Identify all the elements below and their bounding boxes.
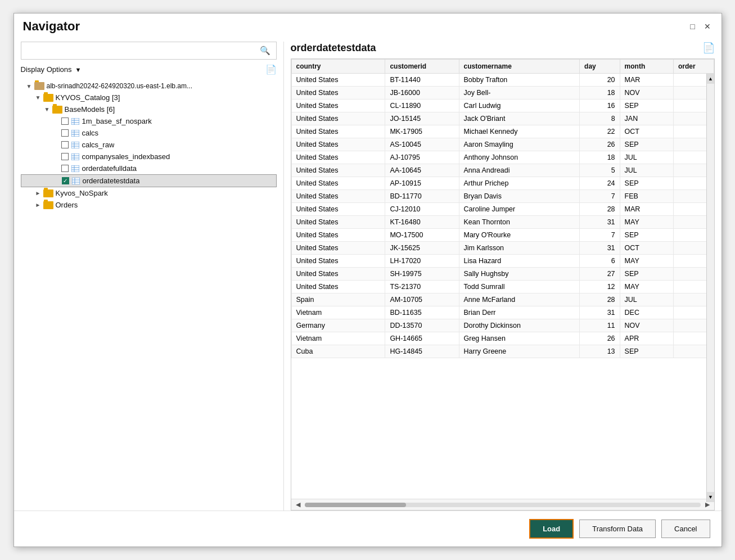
cell-month: MAY [620,255,673,268]
orders-folder-icon [43,201,53,209]
display-options-chevron-icon: ▼ [75,66,82,73]
companysales-label: companysales_indexbased [82,152,170,161]
kyvos-catalog-folder-icon [43,94,53,102]
cell-month: MAR [620,74,673,87]
display-options-label: Display Options [21,65,72,74]
cell-month: SEP [620,345,673,358]
cell-country: United States [291,190,385,203]
close-button[interactable]: ✕ [702,21,713,31]
calcs-table-icon [71,129,80,137]
maximize-button[interactable]: □ [688,21,698,31]
calcs-raw-checkbox[interactable] [61,141,69,148]
cell-country: Vietnam [291,332,385,345]
col-day: day [580,60,620,74]
cell-day: 13 [580,345,620,358]
table-row: United StatesAA-10645Anna Andreadi5JUL [291,164,714,177]
cell-month: SEP [620,100,673,112]
cell-month: OCT [620,242,673,255]
cell-day: 16 [580,100,620,112]
table-row: United StatesJB-16000Joy Bell-18NOV [291,87,714,100]
horizontal-scrollbar[interactable]: ◀ ▶ [291,499,714,510]
cell-customername: Michael Kennedy [459,125,580,138]
table-row: United StatesLH-17020Lisa Hazard6MAY [291,255,714,268]
cell-customername: Jack O'Briant [459,112,580,125]
1m-base-table-icon [71,118,80,125]
calcs-checkbox[interactable] [61,129,69,137]
orderdatetestdata-table-icon [71,177,80,185]
display-options-button[interactable]: Display Options ▼ 📄 [21,64,277,75]
cell-day: 31 [580,306,620,319]
cell-country: United States [291,138,385,151]
cell-customername: Carl Ludwig [459,100,580,112]
scroll-down-button[interactable]: ▼ [707,492,715,502]
tree-item-orderdatefulldata[interactable]: ▼ orderdatefulldata [21,162,277,174]
tree-item-kyvos-nospark[interactable]: ► Kyvos_NoSpark [21,187,277,199]
cell-country: Vietnam [291,306,385,319]
cell-country: United States [291,203,385,216]
orderdatefulldata-label: orderdatefulldata [82,164,137,173]
search-input[interactable] [21,43,254,58]
calcs-raw-table-icon [71,141,80,149]
cell-customerid: MO-17500 [385,229,459,242]
cell-month: JUL [620,293,673,306]
cell-customerid: AM-10705 [385,293,459,306]
cell-day: 18 [580,151,620,164]
cell-customername: Anna Andreadi [459,164,580,177]
tree-item-kyvos-catalog[interactable]: ▼ KYVOS_Catalog [3] [21,92,277,103]
cell-customername: Harry Greene [459,345,580,358]
cell-customerid: AS-10045 [385,138,459,151]
scroll-up-button[interactable]: ▲ [707,74,715,84]
kyvos-nospark-toggle-icon: ► [34,189,42,197]
cell-customerid: AJ-10795 [385,151,459,164]
refresh-icon[interactable]: 📄 [702,42,715,54]
cell-customerid: CJ-12010 [385,203,459,216]
cell-country: Cuba [291,345,385,358]
companysales-checkbox[interactable] [61,153,69,160]
table-title-row: orderdatetestdata 📄 [291,42,715,54]
display-options-icon: 📄 [265,64,277,75]
svg-rect-20 [72,178,80,184]
cell-customerid: TS-21370 [385,281,459,293]
cancel-button[interactable]: Cancel [661,520,710,538]
cell-customername: Bobby Trafton [459,74,580,87]
tree-item-calcs-raw[interactable]: ▼ calcs_raw [21,139,277,151]
table-row: United StatesAS-10045Aaron Smayling26SEP [291,138,714,151]
tree-item-orderdatetestdata[interactable]: ▼ ✓ orderdatetestdata [21,174,277,187]
transform-data-button[interactable]: Transform Data [579,520,656,538]
cell-country: United States [291,125,385,138]
cell-month: MAR [620,203,673,216]
cell-country: United States [291,100,385,112]
1m-base-checkbox[interactable] [61,118,69,125]
table-row: United StatesSH-19975Sally Hughsby27SEP [291,268,714,281]
tree-item-calcs[interactable]: ▼ calcs [21,127,277,139]
tree-item-basemodels[interactable]: ▼ BaseModels [6] [21,103,277,115]
load-button[interactable]: Load [529,519,574,539]
table-row: United StatesKT-16480Kean Thornton31MAY [291,216,714,229]
tree-item-1m-base[interactable]: ▼ 1m_base_sf_nospark [21,115,277,127]
title-bar: Navigator □ ✕ [14,13,722,37]
tree-item-companysales[interactable]: ▼ companysales_indexbased [21,151,277,162]
server-folder-icon [34,82,44,90]
tree-item-server[interactable]: ▼ alb-srinadh20242-624920320.us-east-1.e… [21,80,277,92]
table-scroll-wrapper[interactable]: country customerid customername day mont… [291,59,714,499]
cell-day: 5 [580,164,620,177]
col-month: month [620,60,673,74]
orderdatefulldata-checkbox[interactable] [61,165,69,172]
scroll-left-button[interactable]: ◀ [294,500,303,509]
search-button[interactable]: 🔍 [254,42,276,59]
orderdatetestdata-checkbox[interactable]: ✓ [62,177,69,184]
cell-country: United States [291,87,385,100]
cell-customername: Mary O'Rourke [459,229,580,242]
tree-item-orders[interactable]: ► Orders [21,199,277,211]
cell-customerid: JK-15625 [385,242,459,255]
cell-customername: Todd Sumrall [459,281,580,293]
table-title: orderdatetestdata [291,42,376,54]
table-header-row: country customerid customername day mont… [291,60,714,74]
col-country: country [291,60,385,74]
vertical-scrollbar[interactable]: ▲ ▼ [706,74,714,502]
cell-customername: Brian Derr [459,306,580,319]
table-row: United StatesAJ-10795Anthony Johnson18JU… [291,151,714,164]
table-row: VietnamBD-11635Brian Derr31DEC [291,306,714,319]
cell-customername: Arthur Prichep [459,177,580,190]
cell-customerid: AP-10915 [385,177,459,190]
